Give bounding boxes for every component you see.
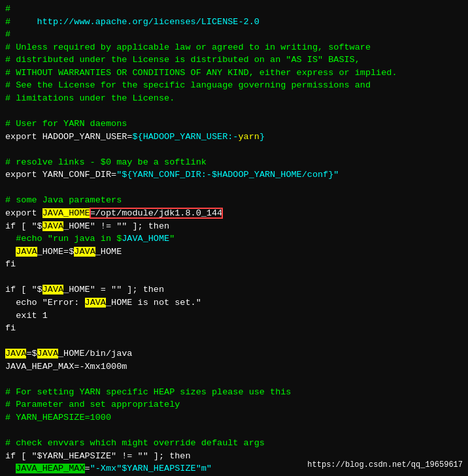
code-line: # For setting YARN specific HEAP sizes p… [5, 386, 463, 399]
code-line: # some Java parameters [5, 194, 463, 207]
code-line: #echo "run java in $JAVA_HOME" [5, 232, 463, 246]
code-line: # [5, 28, 463, 41]
code-line: # limitations under the License. [5, 92, 463, 105]
code-line: if [ "$JAVA_HOME" != "" ]; then [5, 220, 463, 233]
code-line: if [ "$JAVA_HOME" = "" ]; then [5, 283, 463, 296]
code-line: JAVA_HOME=$JAVA_HOME [5, 246, 463, 259]
code-line [5, 271, 463, 284]
code-line: # User for YARN daemons [5, 118, 463, 131]
code-line: # distributed under the License is distr… [5, 54, 463, 67]
code-line [5, 424, 463, 437]
code-line: # See the License for the specific langu… [5, 79, 463, 92]
watermark: https://blog.csdn.net/qq_19659617 [307, 460, 463, 471]
code-line: # http://www.apache.org/licenses/LICENSE… [5, 16, 463, 29]
code-line: JAVA_HEAP_MAX=-Xmx1000m [5, 360, 463, 373]
code-line: # Unless required by applicable law or a… [5, 41, 463, 54]
code-line [5, 335, 463, 348]
code-line: fi [5, 258, 463, 271]
code-line: exit 1 [5, 309, 463, 323]
code-line: # Parameter and set appropriately [5, 398, 463, 411]
code-line [5, 105, 463, 118]
code-line: fi [5, 322, 463, 335]
code-line: # check envvars which might override def… [5, 437, 463, 450]
code-line: # resolve links - $0 may be a softlink [5, 156, 463, 169]
code-line [5, 182, 463, 195]
code-line: # YARN_HEAPSIZE=1000 [5, 411, 463, 424]
code-line [5, 373, 463, 386]
code-line [5, 143, 463, 156]
code-editor: ## http://www.apache.org/licenses/LICENS… [5, 3, 463, 476]
code-line: export JAVA_HOME=/opt/module/jdk1.8.0_14… [5, 207, 463, 220]
code-line: JAVA=$JAVA_HOME/bin/java [5, 347, 463, 360]
code-line: # WITHOUT WARRANTIES OR CONDITIONS OF AN… [5, 67, 463, 80]
code-line: echo "Error: JAVA_HOME is not set." [5, 296, 463, 309]
code-line: # [5, 3, 463, 16]
code-line: export HADOOP_YARN_USER=${HADOOP_YARN_US… [5, 131, 463, 144]
code-line: export YARN_CONF_DIR="${YARN_CONF_DIR:-$… [5, 168, 463, 182]
